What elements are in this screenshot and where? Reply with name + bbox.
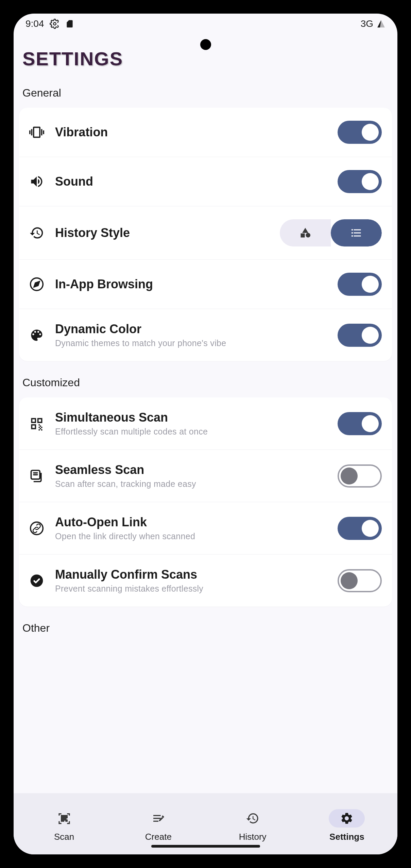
link-icon: [29, 521, 44, 536]
check-circle-icon: [29, 573, 44, 588]
row-seamless-scan[interactable]: Seamless Scan Scan after scan, tracking …: [19, 450, 392, 502]
simultaneous-scan-toggle[interactable]: [338, 412, 382, 435]
dynamic-color-toggle[interactable]: [338, 324, 382, 347]
row-auto-open-link[interactable]: Auto-Open Link Open the link directly wh…: [19, 502, 392, 555]
stack-icon: [29, 469, 44, 483]
svg-marker-2: [34, 282, 39, 287]
seamless-scan-sub: Scan after scan, tracking made easy: [55, 479, 327, 489]
in-app-browsing-toggle[interactable]: [338, 273, 382, 296]
dynamic-color-label: Dynamic Color: [55, 322, 327, 336]
manually-confirm-sub: Prevent scanning mistakes effortlessly: [55, 584, 327, 594]
camera-notch: [200, 39, 211, 50]
simultaneous-scan-label: Simultaneous Scan: [55, 410, 327, 425]
nav-scan[interactable]: Scan: [17, 800, 111, 851]
nav-scan-label: Scan: [54, 832, 74, 842]
home-indicator[interactable]: [151, 845, 260, 848]
status-bar: 9:04 3G: [14, 14, 397, 34]
auto-open-link-label: Auto-Open Link: [55, 515, 327, 529]
dynamic-color-sub: Dynamic themes to match your phone's vib…: [55, 338, 327, 348]
svg-point-0: [53, 22, 56, 25]
nav-settings-label: Settings: [329, 832, 364, 842]
row-sound[interactable]: Sound: [19, 157, 392, 206]
in-app-browsing-label: In-App Browsing: [55, 277, 327, 291]
svg-rect-7: [65, 815, 67, 818]
nav-history-label: History: [239, 832, 267, 842]
section-customized-label: Customized: [22, 376, 392, 389]
row-history-style[interactable]: History Style: [19, 206, 392, 260]
section-general-label: General: [22, 87, 392, 99]
nav-create[interactable]: Create: [111, 800, 205, 851]
svg-rect-10: [66, 820, 67, 821]
nav-create-label: Create: [145, 832, 172, 842]
signal-icon: [377, 19, 386, 28]
seamless-scan-label: Seamless Scan: [55, 463, 327, 477]
sound-icon: [29, 174, 44, 189]
vibration-icon: [29, 125, 44, 140]
svg-rect-8: [61, 819, 64, 821]
auto-open-link-sub: Open the link directly when scanned: [55, 531, 327, 541]
history-style-grid-option[interactable]: [280, 219, 331, 246]
qr-multi-icon: [29, 416, 44, 431]
history-style-list-option[interactable]: [331, 219, 382, 246]
nav-settings[interactable]: Settings: [300, 800, 394, 851]
row-vibration[interactable]: Vibration: [19, 108, 392, 157]
scan-icon: [57, 812, 71, 825]
seamless-scan-toggle[interactable]: [338, 464, 382, 488]
section-other-label: Other: [22, 622, 392, 634]
status-time: 9:04: [25, 18, 44, 29]
vibration-label: Vibration: [55, 125, 327, 139]
svg-point-4: [31, 522, 43, 534]
sd-card-icon: [65, 19, 74, 29]
manually-confirm-label: Manually Confirm Scans: [55, 567, 327, 582]
compass-icon: [29, 277, 44, 292]
history-style-segmented: [280, 219, 382, 246]
row-simultaneous-scan[interactable]: Simultaneous Scan Effortlessly scan mult…: [19, 397, 392, 450]
palette-icon: [29, 328, 44, 343]
nav-history[interactable]: History: [206, 800, 300, 851]
sound-toggle[interactable]: [338, 170, 382, 193]
card-customized: Simultaneous Scan Effortlessly scan mult…: [19, 397, 392, 607]
row-dynamic-color[interactable]: Dynamic Color Dynamic themes to match yo…: [19, 309, 392, 361]
gear-status-icon: [50, 19, 60, 29]
settings-nav-icon: [340, 812, 354, 825]
row-manually-confirm[interactable]: Manually Confirm Scans Prevent scanning …: [19, 555, 392, 607]
card-general: Vibration Sound: [19, 108, 392, 361]
history-icon: [29, 225, 44, 240]
content-scroll[interactable]: SETTINGS General Vibration: [14, 34, 397, 793]
auto-open-link-toggle[interactable]: [338, 517, 382, 540]
phone-frame: 9:04 3G SETTINGS General: [5, 5, 406, 863]
screen: 9:04 3G SETTINGS General: [14, 14, 397, 854]
sound-label: Sound: [55, 174, 327, 189]
manually-confirm-toggle[interactable]: [338, 569, 382, 592]
row-in-app-browsing[interactable]: In-App Browsing: [19, 260, 392, 309]
simultaneous-scan-sub: Effortlessly scan multiple codes at once: [55, 427, 327, 437]
page-title: SETTINGS: [22, 48, 392, 70]
svg-rect-6: [61, 815, 64, 818]
network-label: 3G: [361, 18, 373, 29]
history-style-label: History Style: [55, 226, 269, 240]
vibration-toggle[interactable]: [338, 121, 382, 144]
history-nav-icon: [246, 812, 259, 825]
create-icon: [152, 812, 165, 825]
